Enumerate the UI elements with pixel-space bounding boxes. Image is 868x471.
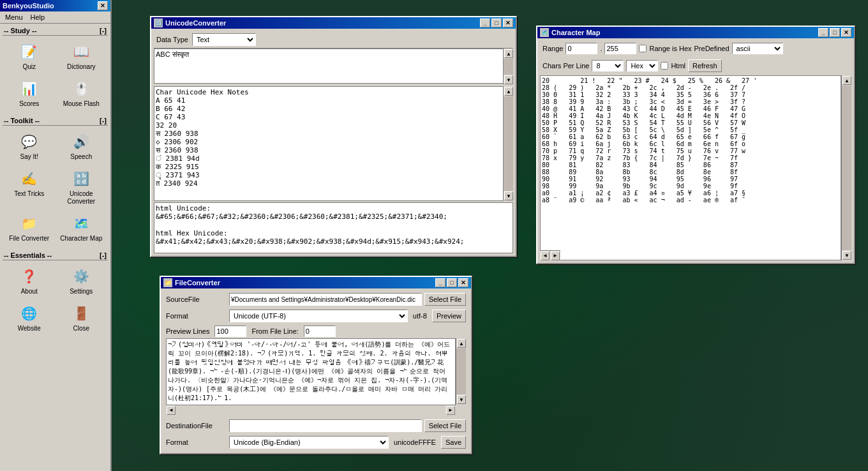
uc-scrollbar: ▲ ▼ — [503, 49, 513, 85]
study-items-grid: 📝 Quiz 📖 Dictionary 📊 Scores 🖱️ Mouse Fl… — [3, 37, 108, 112]
essentials-collapse[interactable]: [-] — [100, 251, 107, 259]
chars-per-line-select[interactable]: 8 16 4 — [592, 60, 624, 71]
study-collapse[interactable]: [-] — [100, 27, 107, 34]
uc-close-btn[interactable]: ✕ — [503, 19, 513, 27]
uc-table-row-10: त 2340 924 — [156, 179, 511, 188]
about-icon: ❓ — [19, 266, 40, 287]
sidebar-item-website[interactable]: 🌐 Website — [4, 300, 55, 336]
sidebar-item-close[interactable]: 🚪 Close — [56, 300, 107, 336]
dest-format-row: Format Unicode (Big-Endian) Unicode (UTF… — [163, 434, 468, 451]
essentials-section-header: -- Essentials -- [-] — [3, 251, 108, 260]
data-type-select[interactable]: Text File Clipboard — [192, 33, 256, 46]
website-label: Website — [18, 325, 41, 333]
cm-close-btn[interactable]: ✕ — [841, 28, 851, 37]
menu-item-menu[interactable]: Menu — [3, 13, 26, 22]
fc-hscrollbar: ◄ ► — [166, 405, 456, 415]
sidebar-item-dictionary[interactable]: 📖 Dictionary — [56, 38, 107, 74]
fc-maximize-btn[interactable]: □ — [447, 278, 457, 287]
fc-hscroll-right[interactable]: ► — [446, 406, 455, 415]
uc-scroll-down[interactable]: ▼ — [504, 75, 513, 84]
range-is-hex-label: Range is Hex — [649, 45, 691, 52]
fc-hscroll-left[interactable]: ◄ — [167, 406, 176, 415]
sidebar-close-btn[interactable]: ✕ — [98, 1, 108, 10]
fc-minimize-btn[interactable]: _ — [435, 278, 445, 287]
char-map-title: Character Map — [551, 29, 600, 36]
sidebar-item-unicode-converter[interactable]: 🔡 Unicode Converter — [56, 165, 107, 209]
menu-item-help[interactable]: Help — [28, 13, 48, 22]
preview-button[interactable]: Preview — [432, 310, 466, 322]
html-label: Html — [671, 62, 685, 70]
source-file-input[interactable] — [229, 293, 422, 306]
from-file-line-input[interactable] — [304, 325, 336, 337]
range-is-hex-checkbox[interactable] — [639, 45, 647, 52]
sidebar-item-mouse-flash[interactable]: 🖱️ Mouse Flash — [56, 75, 107, 111]
toolkit-label: -- Toolkit -- — [4, 117, 40, 124]
uc-scroll-up[interactable]: ▲ — [504, 49, 513, 58]
save-button[interactable]: Save — [441, 436, 466, 449]
file-converter-content: SourceFile Select File Format Unicode (U… — [161, 288, 471, 453]
dest-file-input[interactable] — [229, 419, 422, 432]
dest-format-code: unicodeFFFE — [391, 438, 438, 446]
sidebar-item-text-tricks[interactable]: ✍️ Text Tricks — [4, 165, 55, 209]
from-file-line-label: From File Line: — [251, 327, 298, 335]
settings-label: Settings — [70, 288, 93, 295]
cm-scroll-down[interactable]: ▼ — [842, 251, 851, 260]
dest-select-file-button[interactable]: Select File — [424, 419, 466, 432]
hex-select[interactable]: Hex Dec — [626, 60, 658, 71]
sidebar-item-settings[interactable]: ⚙️ Settings — [56, 263, 107, 299]
fc-close-btn[interactable]: ✕ — [458, 278, 468, 287]
uc-table-row-1: B 66 42 — [156, 105, 511, 113]
unicode-icon: 🔡 — [71, 168, 91, 189]
cm-scroll-left[interactable]: ◄ — [541, 251, 550, 260]
dest-file-row: DestinationFile Select File — [163, 417, 468, 434]
quiz-icon: 📝 — [19, 41, 40, 62]
uc-table-row-8: क 2325 915 — [156, 163, 511, 171]
unicode-converter-window: 🔡 UnicodeConverter _ □ ✕ Data Type Text … — [150, 16, 517, 257]
sidebar-item-scores[interactable]: 📊 Scores — [4, 75, 55, 111]
cm-toolbar-row1: Range . Range is Hex PreDefined ascii un… — [540, 41, 851, 56]
mouse-flash-icon: 🖱️ — [71, 78, 91, 99]
uc-table-row-5: ◇ 2306 902 — [156, 138, 511, 146]
file-converter-label: File Converter — [9, 235, 49, 243]
sidebar-item-quiz[interactable]: 📝 Quiz — [4, 38, 55, 74]
unicode-label: Unicode Converter — [58, 190, 105, 206]
uc-maximize-btn[interactable]: □ — [491, 19, 502, 27]
uc-table-scroll-down[interactable]: ▼ — [504, 191, 513, 200]
range-end-input[interactable] — [604, 43, 636, 54]
toolkit-collapse[interactable]: [-] — [100, 117, 107, 124]
sidebar-item-character-map[interactable]: 🗺️ Character Map — [56, 210, 107, 246]
char-map-window: 🗺️ Character Map _ □ ✕ Range . Range is … — [536, 26, 855, 264]
unicode-converter-content: Data Type Text File Clipboard ABC संस्कृ… — [151, 29, 516, 256]
sidebar-item-say-it[interactable]: 💬 Say It! — [4, 128, 55, 164]
uc-input-text[interactable]: ABC संस्कृत — [154, 49, 513, 84]
cm-minimize-btn[interactable]: _ — [818, 28, 828, 37]
cm-maximize-btn[interactable]: □ — [830, 28, 840, 37]
fc-scroll-up[interactable]: ▲ — [457, 339, 466, 348]
file-converter-title-icon: 📁 — [163, 278, 172, 287]
cm-scroll-right[interactable]: ► — [551, 251, 560, 260]
cm-scroll-track — [842, 86, 851, 250]
essentials-label: -- Essentials -- — [4, 251, 52, 259]
uc-table-scroll-up[interactable]: ▲ — [504, 87, 513, 96]
toolkit-section-header: -- Toolkit -- [-] — [3, 116, 108, 126]
uc-minimize-btn[interactable]: _ — [480, 19, 490, 27]
select-file-button[interactable]: Select File — [424, 293, 466, 306]
sidebar-item-file-converter[interactable]: 📁 File Converter — [4, 210, 55, 246]
sidebar-item-about[interactable]: ❓ About — [4, 263, 55, 299]
fc-scroll-down[interactable]: ▼ — [457, 395, 466, 404]
preview-lines-input[interactable] — [214, 325, 246, 337]
close-icon: 🚪 — [71, 303, 91, 324]
range-start-input[interactable] — [565, 43, 597, 54]
predefined-select[interactable]: ascii unicode — [732, 43, 783, 54]
toolkit-items-grid: 💬 Say It! 🔊 Speech ✍️ Text Tricks 🔡 Unic… — [3, 127, 108, 247]
dest-format-select[interactable]: Unicode (Big-Endian) Unicode (UTF-8) ASC… — [229, 436, 389, 449]
char-map-label: Character Map — [60, 235, 102, 243]
format-select[interactable]: Unicode (UTF-8) ASCII Unicode (Big-Endia… — [229, 310, 408, 322]
study-section: -- Study -- [-] 📝 Quiz 📖 Dictionary 📊 Sc… — [0, 24, 110, 114]
study-label: -- Study -- — [4, 27, 36, 34]
cm-scroll-up[interactable]: ▲ — [842, 76, 851, 85]
html-checkbox[interactable] — [661, 62, 668, 70]
sidebar-item-speech[interactable]: 🔊 Speech — [56, 128, 107, 164]
cm-scrollbar: ▲ ▼ — [841, 75, 851, 260]
refresh-button[interactable]: Refresh — [688, 59, 722, 72]
